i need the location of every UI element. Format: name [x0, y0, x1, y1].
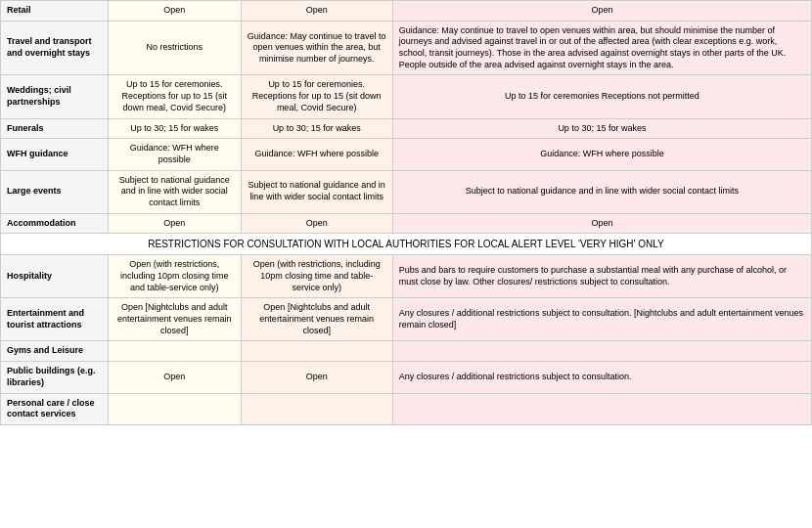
- weddings-very-high: Up to 15 for ceremonies Receptions not p…: [392, 75, 811, 118]
- public-buildings-medium: Open: [109, 362, 241, 393]
- weddings-high: Up to 15 for ceremonies. Receptions for …: [241, 75, 392, 118]
- public-buildings-very-high: Any closures / additional restrictions s…: [392, 362, 811, 393]
- public-buildings-high: Open: [241, 362, 392, 393]
- accommodation-medium: Open: [109, 213, 241, 234]
- travel-very-high: Guidance: May continue to travel to open…: [392, 21, 811, 75]
- entertainment-medium: Open [Nightclubs and adult entertainment…: [109, 298, 241, 341]
- gyms-row: Gyms and Leisure: [1, 341, 812, 362]
- wfh-high: Guidance: WFH where possible: [241, 139, 392, 170]
- retail-medium: Open: [109, 1, 241, 22]
- accommodation-high: Open: [241, 213, 392, 234]
- entertainment-row: Entertainment and tourist attractions Op…: [1, 298, 812, 341]
- large-events-label: Large events: [1, 170, 109, 213]
- hospitality-high: Open (with restrictions, including 10pm …: [241, 255, 392, 298]
- personal-care-very-high: [392, 393, 811, 424]
- retail-label: Retail: [1, 1, 109, 22]
- travel-high: Guidance: May continue to travel to open…: [241, 21, 392, 75]
- funerals-row: Funerals Up to 30; 15 for wakes Up to 30…: [1, 118, 812, 139]
- entertainment-label: Entertainment and tourist attractions: [1, 298, 109, 341]
- public-buildings-label: Public buildings (e.g. libraries): [1, 362, 109, 393]
- weddings-label: Weddings; civil partnerships: [1, 75, 109, 118]
- wfh-row: WFH guidance Guidance: WFH where possibl…: [1, 139, 812, 170]
- retail-high: Open: [241, 1, 392, 22]
- public-buildings-row: Public buildings (e.g. libraries) Open O…: [1, 362, 812, 393]
- gyms-medium: [109, 341, 241, 362]
- gyms-high: [241, 341, 392, 362]
- accommodation-row: Accommodation Open Open Open: [1, 213, 812, 234]
- wfh-very-high: Guidance: WFH where possible: [392, 139, 811, 170]
- weddings-row: Weddings; civil partnerships Up to 15 fo…: [1, 75, 812, 118]
- accommodation-very-high: Open: [392, 213, 811, 234]
- retail-row: Retail Open Open Open: [1, 1, 812, 22]
- hospitality-label: Hospitality: [1, 255, 109, 298]
- section-header: RESTRICTIONS FOR CONSULTATION WITH LOCAL…: [1, 234, 812, 255]
- travel-medium: No restrictions: [109, 21, 241, 75]
- wfh-medium: Guidance: WFH where possible: [109, 139, 241, 170]
- gyms-very-high: [392, 341, 811, 362]
- wfh-label: WFH guidance: [1, 139, 109, 170]
- entertainment-high: Open [Nightclubs and adult entertainment…: [241, 298, 392, 341]
- hospitality-row: Hospitality Open (with restrictions, inc…: [1, 255, 812, 298]
- funerals-very-high: Up to 30; 15 for wakes: [392, 118, 811, 139]
- funerals-medium: Up to 30; 15 for wakes: [109, 118, 241, 139]
- section-header-row: RESTRICTIONS FOR CONSULTATION WITH LOCAL…: [1, 234, 812, 255]
- entertainment-very-high: Any closures / additional restrictions s…: [392, 298, 811, 341]
- personal-care-label: Personal care / close contact services: [1, 393, 109, 424]
- large-events-high: Subject to national guidance and in line…: [241, 170, 392, 213]
- accommodation-label: Accommodation: [1, 213, 109, 234]
- large-events-row: Large events Subject to national guidanc…: [1, 170, 812, 213]
- hospitality-medium: Open (with restrictions, including 10pm …: [109, 255, 241, 298]
- large-events-very-high: Subject to national guidance and in line…: [392, 170, 811, 213]
- personal-care-medium: [109, 393, 241, 424]
- weddings-medium: Up to 15 for ceremonies. Receptions for …: [109, 75, 241, 118]
- gyms-label: Gyms and Leisure: [1, 341, 109, 362]
- personal-care-row: Personal care / close contact services: [1, 393, 812, 424]
- personal-care-high: [241, 393, 392, 424]
- funerals-label: Funerals: [1, 118, 109, 139]
- funerals-high: Up to 30; 15 for wakes: [241, 118, 392, 139]
- travel-label: Travel and transport and overnight stays: [1, 21, 109, 75]
- large-events-medium: Subject to national guidance and in line…: [109, 170, 241, 213]
- retail-very-high: Open: [392, 1, 811, 22]
- travel-row: Travel and transport and overnight stays…: [1, 21, 812, 75]
- hospitality-very-high: Pubs and bars to require customers to pu…: [392, 255, 811, 298]
